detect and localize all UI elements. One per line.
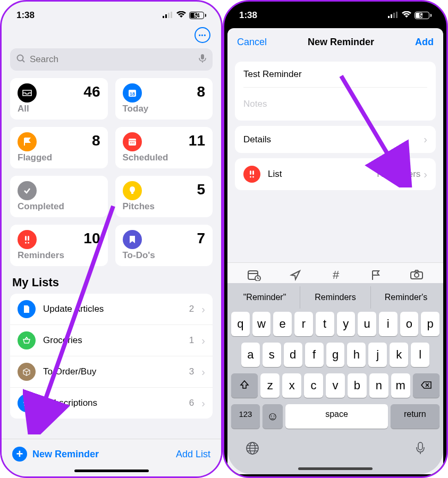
globe-icon[interactable] [246, 441, 259, 457]
more-button[interactable]: ••• [2, 25, 221, 45]
reminder-title-input[interactable] [243, 69, 427, 80]
flag-tool-icon[interactable] [370, 269, 381, 283]
cancel-button[interactable]: Cancel [237, 37, 267, 48]
svg-point-26 [252, 176, 254, 178]
status-icons: 54 [388, 10, 432, 21]
key-b[interactable]: b [348, 373, 367, 398]
camera-tool-icon[interactable] [410, 269, 424, 283]
add-list-button[interactable]: Add List [176, 449, 210, 460]
status-bar: 1:38 54 [224, 2, 446, 25]
key-t[interactable]: t [316, 312, 334, 336]
add-button[interactable]: Add [415, 37, 434, 48]
chevron-right-icon: › [424, 133, 427, 146]
list-item[interactable]: Update Articles2› [10, 294, 213, 325]
card-pitches[interactable]: 5Pitches [115, 176, 213, 217]
shift-key[interactable] [231, 373, 258, 398]
suggestion[interactable]: "Reminder" [230, 286, 300, 309]
home-indicator[interactable] [298, 467, 373, 470]
status-time: 1:38 [16, 10, 35, 21]
new-reminder-sheet-screen: 1:38 54 Cancel New Reminder Add Notes De… [223, 0, 448, 478]
key-x[interactable]: x [282, 373, 301, 398]
chevron-right-icon: › [201, 397, 205, 409]
key-h[interactable]: h [347, 343, 366, 367]
key-a[interactable]: a [241, 343, 260, 367]
check-icon [18, 181, 37, 200]
tag-tool-icon[interactable]: # [330, 269, 342, 283]
backspace-key[interactable] [413, 373, 439, 398]
key-r[interactable]: r [294, 312, 313, 336]
svg-rect-9 [129, 139, 136, 146]
card-completed[interactable]: Completed [10, 176, 108, 217]
card-todos[interactable]: 7To-Do's [115, 225, 213, 266]
new-reminder-button[interactable]: + New Reminder [12, 447, 99, 462]
key-g[interactable]: g [326, 343, 345, 367]
key-y[interactable]: y [337, 312, 356, 336]
calendar-tool-icon[interactable] [247, 269, 261, 283]
key-n[interactable]: n [369, 373, 388, 398]
list-item[interactable]: Subscriptions6› [10, 388, 213, 419]
details-row[interactable]: Details › [243, 126, 427, 153]
suggestion[interactable]: Reminder's [371, 286, 441, 309]
status-time: 1:38 [239, 10, 257, 21]
key-e[interactable]: e [273, 312, 292, 336]
return-key[interactable]: return [391, 404, 439, 429]
suggestion-bar: "Reminder" Reminders Reminder's [230, 286, 441, 309]
location-tool-icon[interactable] [290, 269, 301, 283]
new-reminder-sheet: Cancel New Reminder Add Notes Details › … [227, 28, 443, 474]
wifi-icon [176, 10, 186, 21]
svg-text:#: # [333, 269, 340, 281]
key-i[interactable]: i [379, 312, 398, 336]
svg-point-13 [133, 142, 134, 143]
card-flagged[interactable]: 8Flagged [10, 127, 108, 168]
space-key[interactable]: space [285, 404, 387, 429]
search-input[interactable] [30, 54, 195, 65]
my-lists: Update Articles2› Groceries1› To Order/B… [10, 294, 213, 419]
home-indicator[interactable] [74, 470, 149, 472]
key-j[interactable]: j [368, 343, 387, 367]
signal-icon [388, 10, 399, 21]
key-d[interactable]: d [284, 343, 302, 367]
key-l[interactable]: l [411, 343, 429, 367]
key-o[interactable]: o [400, 312, 419, 336]
bulb-icon [123, 181, 142, 200]
reminders-home-screen: 1:38 54 ••• 46All 188Today 8Flagged 11Sc… [0, 0, 223, 478]
card-all[interactable]: 46All [10, 78, 108, 120]
card-today[interactable]: 188Today [115, 78, 213, 120]
svg-rect-6 [201, 54, 204, 59]
numbers-key[interactable]: 123 [231, 404, 260, 429]
notes-field-row[interactable]: Notes [243, 88, 427, 121]
key-w[interactable]: w [252, 312, 271, 336]
battery-icon: 54 [415, 12, 432, 19]
key-f[interactable]: f [305, 343, 324, 367]
svg-rect-38 [418, 442, 422, 450]
emoji-key[interactable]: ☺ [263, 404, 283, 429]
status-bar: 1:38 54 [2, 2, 221, 25]
list-item[interactable]: Groceries1› [10, 325, 213, 356]
key-p[interactable]: p [421, 312, 439, 336]
card-scheduled[interactable]: 11Scheduled [115, 127, 213, 168]
chevron-right-icon: › [424, 168, 427, 181]
key-c[interactable]: c [304, 373, 323, 398]
key-q[interactable]: q [231, 312, 250, 336]
dictation-icon[interactable] [416, 441, 425, 457]
key-s[interactable]: s [263, 343, 281, 367]
bookmark-icon [123, 230, 142, 249]
svg-rect-3 [171, 12, 172, 18]
key-k[interactable]: k [390, 343, 408, 367]
key-u[interactable]: u [358, 312, 376, 336]
search-bar[interactable] [10, 48, 213, 71]
mic-icon[interactable] [199, 54, 206, 65]
list-item[interactable]: To Order/Buy3› [10, 356, 213, 388]
title-field-row[interactable] [243, 62, 427, 88]
tray-icon [18, 83, 37, 103]
svg-rect-21 [393, 13, 395, 18]
svg-rect-19 [388, 16, 390, 18]
svg-rect-20 [391, 14, 392, 18]
svg-rect-24 [252, 170, 254, 175]
key-v[interactable]: v [326, 373, 345, 398]
card-reminders[interactable]: 10Reminders [10, 225, 108, 266]
suggestion[interactable]: Reminders [300, 286, 371, 309]
key-m[interactable]: m [391, 373, 410, 398]
list-row[interactable]: List Reminders › [243, 158, 427, 190]
key-z[interactable]: z [260, 373, 280, 398]
